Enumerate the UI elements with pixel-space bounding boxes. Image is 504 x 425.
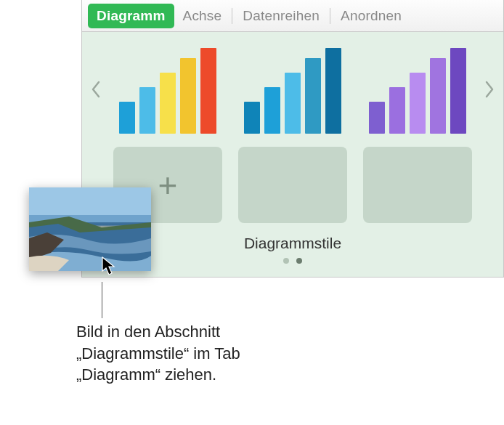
tab-datenreihen[interactable]: Datenreihen <box>234 4 328 28</box>
style-preview-bar <box>119 102 135 134</box>
chart-style-thumbnail[interactable] <box>363 53 472 137</box>
tab-diagramm[interactable]: Diagramm <box>88 4 174 28</box>
chart-style-thumbnails <box>104 42 481 137</box>
style-preview-bar <box>139 87 155 134</box>
style-preview-bar <box>285 73 301 134</box>
page-dot[interactable] <box>283 258 289 264</box>
tab-separator <box>330 8 330 24</box>
empty-style-slot[interactable] <box>363 147 472 223</box>
style-preview-bar <box>160 73 176 134</box>
style-preview-bar <box>305 58 321 134</box>
chart-style-thumbnail[interactable] <box>113 53 222 137</box>
style-preview-bar <box>450 48 466 134</box>
carousel-next-button[interactable] <box>481 46 497 133</box>
style-preview-bar <box>264 87 280 134</box>
callout-leader-line <box>102 282 102 318</box>
tab-separator <box>232 8 232 24</box>
style-preview-bar <box>369 102 385 134</box>
callout-instruction: Bild in den Abschnitt „Diagrammstile“ im… <box>76 321 309 386</box>
carousel-prev-button[interactable] <box>88 46 104 133</box>
photo-thumbnail-icon <box>29 187 151 271</box>
chart-style-thumbnail[interactable] <box>238 53 347 137</box>
page-dot-current[interactable] <box>296 258 302 264</box>
style-preview-bar <box>244 102 260 134</box>
styles-carousel <box>88 42 497 137</box>
style-preview-bar <box>410 73 426 134</box>
style-preview-bar <box>180 58 196 134</box>
plus-icon: + <box>158 169 178 202</box>
tab-achse[interactable]: Achse <box>174 4 231 28</box>
chevron-left-icon <box>91 81 101 98</box>
tab-anordnen[interactable]: Anordnen <box>332 4 410 28</box>
empty-style-slot[interactable] <box>238 147 347 223</box>
svg-rect-0 <box>29 187 151 215</box>
dragged-image-thumbnail[interactable] <box>29 187 151 271</box>
inspector-tabbar: Diagramm Achse Datenreihen Anordnen <box>82 0 503 32</box>
chevron-right-icon <box>484 81 495 98</box>
style-preview-bar <box>200 48 216 134</box>
style-preview-bar <box>325 48 341 134</box>
style-preview-bar <box>430 58 446 134</box>
style-preview-bar <box>389 87 405 134</box>
